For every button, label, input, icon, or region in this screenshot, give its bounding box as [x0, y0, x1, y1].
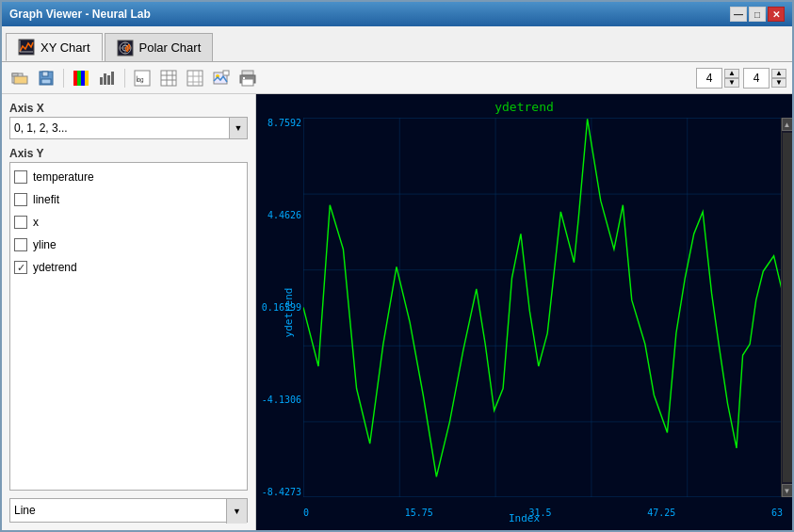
y-axis-labels: 8.75924.46260.16599-4.1306-8.4273: [258, 118, 301, 497]
y-axis-label-4: -8.4273: [258, 487, 301, 497]
axis-y-label-linefit: linefit: [33, 193, 59, 206]
spin2-up[interactable]: ▲: [771, 69, 786, 78]
tab-xy[interactable]: XY Chart: [6, 33, 103, 61]
spin1-arrows: ▲ ▼: [724, 69, 739, 88]
checkbox-yline[interactable]: [14, 238, 27, 251]
checkbox-ydetrend[interactable]: ✓: [14, 261, 27, 274]
save-button[interactable]: [34, 66, 58, 90]
y-axis-label-2: 0.16599: [258, 302, 301, 313]
tab-polar-label: Polar Chart: [139, 40, 202, 55]
minimize-button[interactable]: —: [730, 7, 747, 22]
window-controls: — □ ✕: [730, 7, 785, 22]
toolbar-sep-2: [124, 69, 125, 88]
window-title: Graph Viewer - Neural Lab: [9, 8, 151, 21]
image-button[interactable]: [209, 66, 234, 90]
chart-inner: 8.75924.46260.16599-4.1306-8.4273 015.75…: [303, 118, 783, 497]
spin-box-2: 4 ▲ ▼: [743, 68, 786, 89]
line-type-value: Line: [14, 504, 36, 517]
axis-x-label: Axis X: [9, 102, 248, 115]
maximize-button[interactable]: □: [749, 7, 766, 22]
toolbar-sep-1: [63, 69, 64, 88]
svg-rect-13: [41, 79, 51, 84]
xy-chart-tab-icon: [18, 39, 35, 56]
toolbar: ㏒: [2, 62, 792, 94]
svg-rect-15: [77, 71, 81, 86]
axis-y-item-yline[interactable]: yline: [14, 234, 243, 255]
left-panel: Axis X 0, 1, 2, 3... ▼ Axis Y temperatur…: [2, 94, 256, 530]
axis-y-label-x: x: [33, 216, 39, 229]
axis-y-item-temperature[interactable]: temperature: [14, 167, 243, 187]
svg-rect-36: [223, 71, 229, 75]
y-axis-label-1: 4.4626: [258, 210, 301, 220]
title-bar: Graph Viewer - Neural Lab — □ ✕: [2, 2, 792, 26]
tab-xy-label: XY Chart: [41, 40, 90, 55]
x-axis-label-3: 47.25: [647, 508, 675, 518]
svg-rect-12: [42, 72, 48, 76]
svg-rect-42: [303, 118, 783, 497]
spin2-value: 4: [743, 68, 770, 89]
axis-y-item-ydetrend[interactable]: ✓ydetrend: [14, 257, 243, 278]
spin1-down[interactable]: ▼: [724, 78, 739, 88]
chart-svg: [303, 118, 783, 497]
axis-y-section: Axis Y temperaturelinefitxyline✓ydetrend: [9, 147, 248, 491]
line-dropdown-arrow[interactable]: ▼: [226, 499, 247, 524]
line-type-dropdown[interactable]: Line ▼: [9, 498, 248, 523]
content-area: Axis X 0, 1, 2, 3... ▼ Axis Y temperatur…: [2, 94, 792, 530]
checkbox-linefit[interactable]: [14, 193, 27, 206]
axis-x-section: Axis X 0, 1, 2, 3... ▼: [9, 102, 248, 139]
log-button[interactable]: ㏒: [130, 66, 154, 90]
svg-rect-10: [14, 76, 27, 84]
main-window: Graph Viewer - Neural Lab — □ ✕ XY Chart: [0, 0, 794, 532]
polar-chart-tab-icon: [117, 40, 134, 56]
tab-polar[interactable]: Polar Chart: [105, 33, 214, 61]
spin-box-1: 4 ▲ ▼: [696, 68, 739, 89]
svg-rect-17: [85, 71, 89, 86]
svg-rect-16: [81, 71, 85, 86]
chart-area: ydetrend ydetrend Index 8.75924.46260.16…: [256, 94, 792, 530]
axis-y-label-ydetrend: ydetrend: [33, 261, 77, 274]
spin2-down[interactable]: ▼: [771, 78, 786, 88]
close-button[interactable]: ✕: [768, 7, 785, 22]
x-axis-labels: 015.7531.547.2563: [303, 508, 783, 518]
svg-rect-29: [187, 71, 203, 86]
x-axis-label-1: 15.75: [405, 508, 433, 518]
svg-rect-40: [243, 77, 245, 79]
y-axis-label-0: 8.7592: [258, 118, 301, 128]
spin1-value: 4: [696, 68, 722, 89]
print-button[interactable]: [235, 66, 260, 90]
svg-rect-37: [242, 71, 253, 75]
vscroll-down[interactable]: ▼: [782, 484, 793, 497]
vscroll-up[interactable]: ▲: [782, 118, 793, 131]
chart-title: ydetrend: [494, 100, 554, 114]
axis-y-label-yline: yline: [33, 238, 57, 251]
axis-y-label-temperature: temperature: [33, 170, 94, 184]
line-type-wrapper: Line ▼: [9, 498, 248, 523]
spin2-arrows: ▲ ▼: [771, 69, 786, 88]
svg-rect-14: [73, 71, 77, 86]
axis-y-label: Axis Y: [9, 147, 248, 160]
checkbox-x[interactable]: [14, 216, 27, 229]
axis-x-dropdown[interactable]: 0, 1, 2, 3...: [9, 117, 248, 139]
svg-rect-21: [111, 72, 114, 85]
color-button[interactable]: [69, 66, 93, 90]
svg-rect-19: [104, 73, 106, 85]
axis-y-item-linefit[interactable]: linefit: [14, 189, 243, 210]
x-axis-label-2: 31.5: [528, 508, 551, 518]
svg-rect-24: [161, 71, 176, 86]
checkbox-temperature[interactable]: [14, 170, 27, 184]
bars-button[interactable]: [95, 66, 120, 90]
chart-vscrollbar[interactable]: ▲ ▼: [781, 118, 792, 497]
x-axis-label-0: 0: [303, 508, 309, 518]
vscroll-track: [783, 133, 792, 482]
y-axis-label-3: -4.1306: [258, 395, 301, 405]
grid-button[interactable]: [183, 66, 207, 90]
open-button[interactable]: [8, 66, 32, 90]
spin1-up[interactable]: ▲: [724, 69, 739, 78]
axis-y-item-x[interactable]: x: [14, 212, 243, 233]
x-axis-label-4: 63: [771, 508, 783, 518]
data-table-button[interactable]: [156, 66, 181, 90]
svg-rect-20: [107, 75, 110, 85]
svg-rect-39: [242, 79, 253, 86]
spin-controls: 4 ▲ ▼ 4 ▲ ▼: [696, 68, 786, 89]
axis-x-dropdown-wrapper: 0, 1, 2, 3... ▼: [9, 117, 248, 139]
